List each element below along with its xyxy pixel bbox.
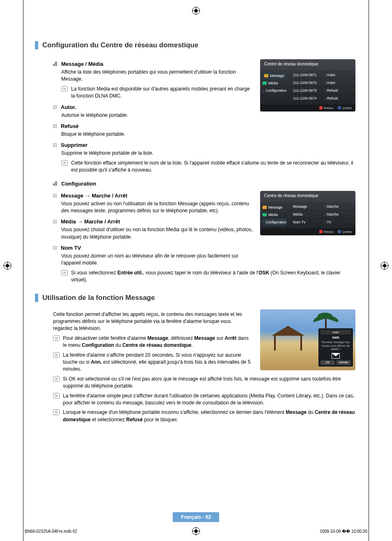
- square-bullet-icon: [53, 246, 57, 250]
- page-number-badge: Français - 62: [173, 512, 219, 522]
- envelope-icon: [263, 206, 267, 209]
- note-icon: N: [53, 335, 60, 341]
- osd-title: Centre de réseau domestique: [260, 191, 355, 202]
- body-text: Vous pouvez choisir d'utiliser ou non la…: [61, 226, 253, 241]
- popup-line: Nouveau message reçu: [321, 341, 351, 344]
- note-text: La fonction Media est disponible sur d'a…: [71, 86, 253, 100]
- osd-side-item: Configuration: [263, 218, 286, 226]
- note-text: Si vous sélectionnez Entrée util., vous …: [71, 269, 355, 284]
- svg-point-18: [263, 91, 264, 92]
- gear-icon: [263, 89, 264, 92]
- body-text: Supprime le téléphone portable de la lis…: [61, 150, 355, 157]
- note-text: Si OK est sélectionné ou s'il ne l'est p…: [63, 376, 355, 390]
- heading-text: Refusé: [61, 123, 78, 129]
- note-icon: N: [53, 409, 60, 415]
- popup-line: Voulez-vous afficher les détails ?: [321, 344, 351, 352]
- osd-side-item: Configuration: [263, 87, 286, 94]
- section-title: Utilisation de la fonction Message: [42, 294, 155, 302]
- heading-message-media: Message / Média: [53, 61, 253, 67]
- note-text: Cette fonction efface simplement le nom …: [71, 160, 355, 174]
- osd-row: Nom TV: TV: [289, 218, 355, 226]
- osd-row: Média: Marche: [289, 210, 355, 218]
- note-icon: N: [61, 160, 68, 166]
- heading-text: Nom TV: [61, 245, 81, 251]
- body-text: Autorise le téléphone portable.: [61, 112, 253, 119]
- osd-footer: RetourQuitter: [260, 104, 355, 111]
- sms-popup: mom SMS Nouveau message reçu Voulez-vous…: [318, 328, 353, 367]
- note-icon: N: [53, 393, 60, 399]
- svg-rect-17: [263, 81, 267, 85]
- osd-row: Message: Marche: [289, 203, 355, 210]
- section-title-row: Configuration du Centre de réseau domest…: [35, 41, 355, 49]
- square-bullet-icon: [53, 124, 57, 128]
- osd-row: 111-1234-5672: Autor.: [289, 79, 355, 86]
- envelope-icon: [332, 353, 340, 359]
- body-text: Vous pouvez donner un nom au téléviseur …: [61, 253, 253, 267]
- media-icon: [263, 213, 267, 216]
- osd-screenshot-devices: Centre de réseau domestique Message Médi…: [260, 59, 355, 111]
- section-bar-icon: [35, 294, 38, 302]
- square-bullet-icon: [53, 105, 57, 109]
- doc-footer-left: BN68-02325A-04Fre.indb 62: [25, 529, 77, 534]
- section-bar-icon: [35, 41, 38, 49]
- osd-row: 111-1234-5674: Refusé: [289, 94, 355, 102]
- svg-rect-20: [263, 213, 267, 216]
- svg-point-11: [6, 264, 9, 267]
- osd-side-item: Média: [263, 211, 286, 218]
- media-icon: [263, 81, 267, 85]
- hut-illustration: [272, 326, 304, 351]
- registration-mark-left: [3, 262, 12, 270]
- square-bullet-icon: [53, 194, 57, 197]
- popup-title: SMS: [321, 335, 351, 341]
- osd-title: Centre de réseau domestique: [260, 59, 355, 70]
- note-icon: N: [61, 270, 68, 276]
- heading-text: Autor.: [61, 104, 76, 110]
- osd-row: 111-1234-5673: Refusé: [289, 86, 355, 94]
- doc-footer-right: 2009-10-08 �� 10:00:26: [320, 529, 367, 534]
- heading-text: Supprimer: [61, 142, 88, 148]
- document-footer: BN68-02325A-04Fre.indb 62 2009-10-08 �� …: [25, 529, 367, 534]
- square-bullet-icon: [53, 220, 57, 223]
- note-icon: N: [53, 376, 60, 382]
- osd-side-item: Message: [263, 204, 286, 211]
- osd-side-item: Message: [263, 72, 286, 79]
- popup-cancel-button: Annuler: [337, 360, 351, 365]
- osd-footer: RetourQuitter: [260, 228, 355, 235]
- heading-text: Message / Média: [61, 61, 104, 67]
- section-title-row: Utilisation de la fonction Message: [35, 294, 355, 302]
- page-content: Configuration du Centre de réseau domest…: [23, 0, 369, 541]
- svg-rect-19: [263, 206, 267, 209]
- body-text: Bloque le téléphone portable.: [61, 131, 253, 138]
- heading-configuration: Configuration: [53, 181, 355, 187]
- note-text: Lorsque le message d'un téléphone portab…: [63, 409, 355, 423]
- body-text: Vous pouvez activer ou non l'utilisation…: [61, 200, 253, 215]
- osd-screenshot-config: Centre de réseau domestique Message Médi…: [260, 191, 355, 235]
- photo-preview: mom SMS Nouveau message reçu Voulez-vous…: [260, 309, 355, 370]
- hollow-square-bullet-icon: [53, 181, 57, 186]
- note-text: Pour désactiver cette fenêtre d'alarme M…: [63, 335, 253, 349]
- body-text: Affiche la liste des téléphones portable…: [61, 69, 253, 83]
- envelope-icon: [264, 74, 268, 77]
- note-text: La fenêtre d'alarme simple peut s'affich…: [63, 392, 355, 407]
- hollow-square-bullet-icon: [53, 62, 57, 66]
- section-title: Configuration du Centre de réseau domest…: [42, 41, 198, 49]
- svg-point-15: [383, 264, 386, 267]
- popup-sender: mom: [321, 330, 351, 334]
- heading-text: Message → Marche / Arrêt: [61, 193, 127, 199]
- registration-mark-right: [380, 262, 389, 270]
- note-icon: N: [61, 86, 68, 92]
- body-text: Cette fonction permet d'afficher les app…: [53, 311, 250, 332]
- square-bullet-icon: [53, 143, 57, 147]
- osd-side-item: Média: [263, 79, 286, 87]
- osd-row: 111-1234-5671: Autor.: [289, 71, 355, 79]
- heading-text: Média → Marche / Arrêt: [61, 218, 120, 225]
- popup-ok-button: OK: [321, 360, 335, 365]
- heading-text: Configuration: [61, 181, 96, 187]
- note-text: La fenêtre d'alarme s'affiche pendant 20…: [63, 352, 253, 373]
- note-icon: N: [53, 352, 60, 358]
